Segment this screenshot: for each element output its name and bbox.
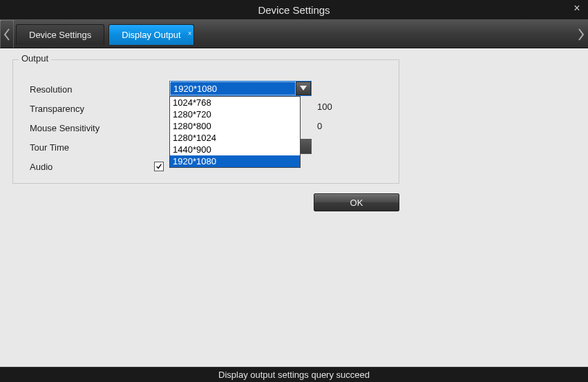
tab-label: Device Settings [29, 30, 91, 40]
chevron-left-icon [3, 28, 10, 41]
resolution-option[interactable]: 1280*800 [170, 120, 300, 132]
audio-label: Audio [30, 162, 154, 172]
title-bar: Device Settings × [0, 0, 588, 19]
resolution-dropdown[interactable]: 1024*768 1280*720 1280*800 1280*1024 144… [169, 96, 301, 168]
status-text: Display output settings query succeed [218, 370, 370, 380]
tab-close-icon[interactable]: × [188, 23, 192, 44]
window-title: Device Settings [258, 4, 330, 16]
chevron-right-icon [578, 28, 585, 41]
transparency-label: Transparency [30, 104, 154, 114]
resolution-dropdown-button[interactable] [296, 82, 311, 95]
mouse-sensitivity-label: Mouse Sensitivity [30, 123, 154, 133]
transparency-value: 100 [317, 102, 332, 112]
resolution-option[interactable]: 1440*900 [170, 144, 300, 155]
resolution-select[interactable]: 1920*1080 1024*768 1280*720 1280*800 128… [169, 81, 312, 96]
resolution-select-box[interactable]: 1920*1080 [169, 81, 312, 96]
tab-label: Display Output [122, 30, 180, 40]
tab-display-output[interactable]: Display Output × [108, 24, 193, 45]
tab-device-settings[interactable]: Device Settings [16, 24, 104, 45]
mouse-sensitivity-value: 0 [317, 121, 322, 131]
resolution-option[interactable]: 1280*1024 [170, 132, 300, 144]
ok-button[interactable]: OK [314, 193, 399, 211]
resolution-label: Resolution [30, 84, 154, 95]
chevron-down-icon [300, 86, 307, 91]
audio-checkbox[interactable] [154, 162, 164, 171]
tour-time-label: Tour Time [30, 142, 154, 153]
content-area: Output Resolution 1920*1080 1024*768 128… [0, 48, 588, 367]
tab-strip: Device Settings Display Output × [0, 19, 588, 48]
ok-button-label: OK [350, 198, 363, 208]
resolution-option[interactable]: 1280*720 [170, 108, 300, 120]
tab-nav-left[interactable] [0, 20, 14, 49]
resolution-value: 1920*1080 [170, 82, 296, 95]
close-icon[interactable]: × [570, 1, 584, 15]
status-bar: Display output settings query succeed [0, 367, 588, 382]
output-group: Output Resolution 1920*1080 1024*768 128… [12, 59, 399, 184]
group-title: Output [19, 53, 51, 64]
resolution-option[interactable]: 1920*1080 [170, 155, 300, 167]
check-icon [155, 163, 162, 170]
tab-nav-right[interactable] [574, 20, 588, 49]
resolution-option[interactable]: 1024*768 [170, 97, 300, 108]
